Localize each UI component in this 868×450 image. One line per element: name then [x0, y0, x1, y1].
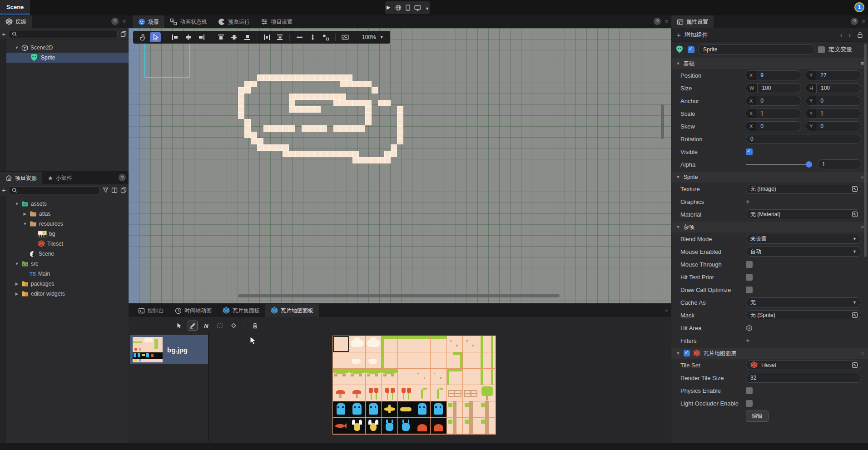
rect-dash-tool-button[interactable]: [215, 321, 225, 331]
distribute-h-button[interactable]: [261, 32, 272, 42]
panel-menu-icon[interactable]: ≡: [862, 18, 865, 25]
align-center-h-button[interactable]: [183, 32, 193, 42]
align-right-button[interactable]: [196, 32, 207, 42]
tree-item-tileset[interactable]: Tileset: [6, 239, 129, 249]
section-menu-icon[interactable]: ≡: [860, 350, 864, 357]
tile-cell[interactable]: [431, 352, 447, 369]
tile-cell[interactable]: [398, 369, 414, 385]
tile-cell[interactable]: [398, 336, 414, 352]
tile-cell[interactable]: [479, 401, 496, 418]
copy-icon[interactable]: [120, 31, 127, 37]
tile-cell[interactable]: [414, 385, 431, 401]
tab-project-assets[interactable]: 项目资源: [0, 172, 42, 184]
history-back-icon[interactable]: ‹: [840, 31, 843, 39]
tile-cell[interactable]: [349, 336, 366, 352]
help-icon[interactable]: ?: [654, 18, 661, 25]
tile-cell[interactable]: [366, 401, 382, 418]
tile-cell[interactable]: [349, 385, 366, 401]
notification-badge[interactable]: 1: [854, 2, 864, 12]
tree-item-assets[interactable]: ▼assets: [6, 199, 129, 209]
tileset-preview[interactable]: [332, 336, 496, 435]
tab-scene-view[interactable]: 场景: [133, 15, 164, 28]
tile-cell[interactable]: [463, 418, 479, 434]
tile-cell[interactable]: [366, 385, 382, 401]
caret-down-icon[interactable]: ▼: [425, 4, 429, 12]
tile-cell[interactable]: [382, 385, 398, 401]
tile-cell[interactable]: [398, 418, 414, 434]
tree-item-main[interactable]: TSMain: [6, 269, 129, 279]
tab-preview-run[interactable]: 预览运行: [213, 15, 255, 28]
node-enabled-checkbox[interactable]: [688, 46, 694, 53]
section-menu-icon[interactable]: ≡: [860, 173, 864, 181]
screen-button[interactable]: [340, 32, 351, 42]
hit-area-icon[interactable]: [746, 325, 753, 331]
tile-set-asset-field[interactable]: Tileset: [746, 360, 861, 370]
tile-cell[interactable]: [414, 336, 431, 352]
tile-cell[interactable]: [447, 401, 463, 418]
tab-animation-state-machine[interactable]: 动画状态机: [164, 15, 213, 28]
cache-as-select[interactable]: 无▼: [746, 297, 861, 307]
render-tile-size-field[interactable]: 32: [746, 373, 861, 383]
material-asset-field[interactable]: 无 (Material): [746, 209, 861, 219]
alpha-value-field[interactable]: 1: [818, 159, 861, 169]
skew-x-field[interactable]: X0: [746, 121, 801, 131]
tab-console[interactable]: 控制台: [133, 304, 169, 317]
node-name-input[interactable]: [698, 45, 814, 54]
panel-menu-icon[interactable]: ≡: [665, 18, 668, 25]
scale-y-field[interactable]: Y1: [806, 109, 861, 119]
add-component-button[interactable]: +: [677, 32, 681, 38]
tile-cell[interactable]: [382, 401, 398, 418]
tile-cell[interactable]: [414, 418, 431, 434]
tile-cell[interactable]: [349, 369, 366, 385]
tab-project-settings[interactable]: 项目设置: [255, 15, 298, 28]
filter-icon[interactable]: [103, 187, 109, 193]
tile-cell[interactable]: [463, 369, 479, 385]
size-h-field[interactable]: H100: [806, 83, 861, 93]
caret-down-icon[interactable]: ▼: [15, 202, 19, 206]
caret-right-icon[interactable]: ▶: [23, 212, 27, 216]
divider[interactable]: [208, 332, 209, 442]
section-header-[interactable]: ▼杂项≡: [671, 222, 868, 232]
select-tool-button[interactable]: [150, 32, 161, 42]
physics-enable-checkbox[interactable]: [746, 387, 753, 394]
tree-item-src[interactable]: ▼src: [6, 259, 129, 269]
edit-button[interactable]: 编辑: [746, 410, 769, 422]
help-icon[interactable]: ?: [111, 18, 119, 25]
select-arrow-tool-button[interactable]: [174, 321, 184, 331]
layer-enabled-checkbox[interactable]: [684, 350, 690, 356]
tile-cell[interactable]: [447, 418, 463, 434]
tree-item-scene[interactable]: Scene: [6, 249, 129, 259]
caret-down-icon[interactable]: ▼: [23, 222, 27, 226]
tile-cell[interactable]: [414, 352, 431, 369]
hit-test-prior-checkbox[interactable]: [746, 274, 753, 281]
match-size-button[interactable]: [320, 32, 331, 42]
mask-asset-field[interactable]: 无 (Sprite): [746, 310, 861, 320]
tree-item-bg[interactable]: bg: [6, 229, 129, 239]
tab-scene[interactable]: Scene: [0, 0, 30, 15]
tile-cell[interactable]: [366, 418, 382, 434]
mouse-enabled-select[interactable]: 自动▼: [746, 247, 861, 257]
inspector-scrollbar[interactable]: [864, 44, 867, 257]
slider-handle[interactable]: [806, 161, 812, 168]
tile-cell[interactable]: [398, 401, 414, 418]
section-menu-icon[interactable]: ≡: [860, 60, 864, 67]
hand-tool-button[interactable]: [137, 32, 148, 42]
picker-icon[interactable]: [852, 186, 858, 192]
tile-cell[interactable]: [366, 352, 382, 369]
monitor-icon[interactable]: [414, 5, 421, 11]
section-header-[interactable]: ▼基础≡: [671, 58, 868, 69]
section-menu-icon[interactable]: ≡: [860, 223, 864, 231]
tile-cell[interactable]: [447, 385, 463, 401]
filters-add-button[interactable]: +: [746, 337, 750, 344]
tile-cell[interactable]: [349, 418, 366, 434]
position-x-field[interactable]: X9: [746, 70, 801, 80]
picker-icon[interactable]: [852, 362, 858, 368]
tab-tileset-panel[interactable]: 瓦片集面板: [217, 304, 265, 317]
tile-cell[interactable]: [447, 352, 463, 369]
tab-timeline[interactable]: 时间轴动画: [169, 304, 217, 317]
trash-tool-button[interactable]: [250, 321, 260, 331]
tile-cell[interactable]: [479, 369, 496, 385]
history-forward-icon[interactable]: ›: [848, 31, 851, 39]
list-item[interactable]: bg.jpg: [130, 335, 208, 364]
zoom-select[interactable]: 100% ▼: [359, 34, 387, 40]
